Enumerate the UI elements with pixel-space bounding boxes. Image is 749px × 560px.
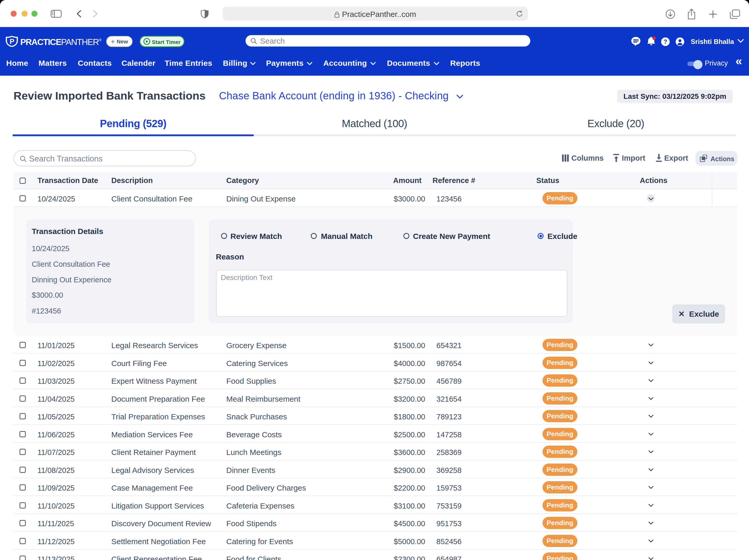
svg-text:?: ? xyxy=(664,39,667,45)
svg-text:P: P xyxy=(9,38,14,45)
